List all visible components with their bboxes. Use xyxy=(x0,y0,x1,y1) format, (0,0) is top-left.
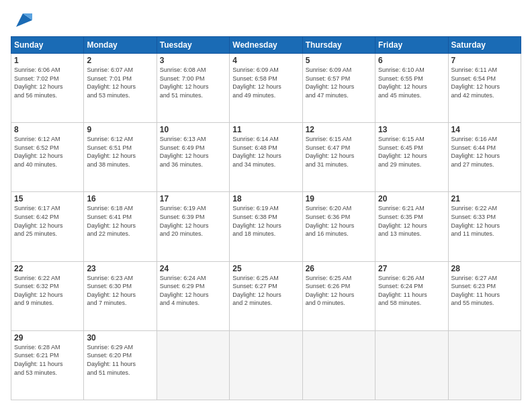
day-info: Sunrise: 6:22 AMSunset: 6:32 PMDaylight:… xyxy=(14,274,81,308)
day-info: Sunrise: 6:20 AMSunset: 6:36 PMDaylight:… xyxy=(306,204,372,238)
day-cell: 27Sunrise: 6:26 AMSunset: 6:24 PMDayligh… xyxy=(375,261,448,330)
day-number: 13 xyxy=(378,125,445,134)
day-cell: 20Sunrise: 6:21 AMSunset: 6:35 PMDayligh… xyxy=(375,192,448,261)
day-info: Sunrise: 6:12 AMSunset: 6:52 PMDaylight:… xyxy=(14,135,81,169)
day-info: Sunrise: 6:25 AMSunset: 6:27 PMDaylight:… xyxy=(232,274,299,308)
day-info: Sunrise: 6:06 AMSunset: 7:02 PMDaylight:… xyxy=(14,66,81,99)
day-number: 12 xyxy=(306,125,372,134)
day-number: 17 xyxy=(160,194,226,203)
day-number: 30 xyxy=(87,333,153,342)
weekday-header-thursday: Thursday xyxy=(302,37,375,54)
day-cell: 28Sunrise: 6:27 AMSunset: 6:23 PMDayligh… xyxy=(448,261,521,330)
day-cell: 6Sunrise: 6:10 AMSunset: 6:55 PMDaylight… xyxy=(375,54,448,123)
day-info: Sunrise: 6:13 AMSunset: 6:49 PMDaylight:… xyxy=(160,135,226,169)
day-info: Sunrise: 6:09 AMSunset: 6:58 PMDaylight:… xyxy=(232,66,299,99)
day-number: 10 xyxy=(160,125,226,134)
day-number: 1 xyxy=(14,56,81,65)
day-info: Sunrise: 6:15 AMSunset: 6:45 PMDaylight:… xyxy=(378,135,445,169)
day-number: 27 xyxy=(378,264,445,273)
day-info: Sunrise: 6:16 AMSunset: 6:44 PMDaylight:… xyxy=(451,135,518,169)
day-number: 2 xyxy=(87,56,153,65)
weekday-header-sunday: Sunday xyxy=(11,37,84,54)
week-row-3: 15Sunrise: 6:17 AMSunset: 6:42 PMDayligh… xyxy=(11,192,521,261)
day-cell: 1Sunrise: 6:06 AMSunset: 7:02 PMDaylight… xyxy=(11,54,84,123)
day-number: 8 xyxy=(14,125,81,134)
day-number: 22 xyxy=(14,264,81,273)
day-number: 16 xyxy=(87,194,153,203)
day-info: Sunrise: 6:07 AMSunset: 7:01 PMDaylight:… xyxy=(87,66,153,99)
week-row-4: 22Sunrise: 6:22 AMSunset: 6:32 PMDayligh… xyxy=(11,261,521,330)
day-number: 3 xyxy=(160,56,226,65)
weekday-header-saturday: Saturday xyxy=(448,37,521,54)
weekday-header-monday: Monday xyxy=(84,37,157,54)
day-info: Sunrise: 6:19 AMSunset: 6:38 PMDaylight:… xyxy=(232,204,299,238)
day-cell xyxy=(157,330,229,400)
day-number: 26 xyxy=(306,264,372,273)
day-info: Sunrise: 6:19 AMSunset: 6:39 PMDaylight:… xyxy=(160,204,226,238)
weekday-header-wednesday: Wednesday xyxy=(230,37,302,54)
week-row-1: 1Sunrise: 6:06 AMSunset: 7:02 PMDaylight… xyxy=(11,54,521,123)
day-number: 19 xyxy=(306,194,372,203)
week-row-2: 8Sunrise: 6:12 AMSunset: 6:52 PMDaylight… xyxy=(11,123,521,192)
day-info: Sunrise: 6:26 AMSunset: 6:24 PMDaylight:… xyxy=(378,274,445,308)
day-info: Sunrise: 6:15 AMSunset: 6:47 PMDaylight:… xyxy=(306,135,372,169)
day-cell xyxy=(230,330,302,400)
day-number: 9 xyxy=(87,125,153,134)
day-number: 23 xyxy=(87,264,153,273)
day-info: Sunrise: 6:08 AMSunset: 7:00 PMDaylight:… xyxy=(160,66,226,99)
logo-icon xyxy=(13,11,32,30)
day-info: Sunrise: 6:11 AMSunset: 6:54 PMDaylight:… xyxy=(451,66,518,99)
day-cell xyxy=(448,330,521,400)
day-cell: 3Sunrise: 6:08 AMSunset: 7:00 PMDaylight… xyxy=(157,54,229,123)
day-number: 28 xyxy=(451,264,518,273)
logo xyxy=(11,11,32,30)
day-cell: 25Sunrise: 6:25 AMSunset: 6:27 PMDayligh… xyxy=(230,261,302,330)
day-info: Sunrise: 6:29 AMSunset: 6:20 PMDaylight:… xyxy=(87,343,153,377)
day-number: 21 xyxy=(451,194,518,203)
day-cell: 7Sunrise: 6:11 AMSunset: 6:54 PMDaylight… xyxy=(448,54,521,123)
day-number: 14 xyxy=(451,125,518,134)
calendar-table: SundayMondayTuesdayWednesdayThursdayFrid… xyxy=(11,36,521,400)
day-number: 11 xyxy=(232,125,299,134)
day-number: 29 xyxy=(14,333,81,342)
day-cell: 8Sunrise: 6:12 AMSunset: 6:52 PMDaylight… xyxy=(11,123,84,192)
day-cell: 10Sunrise: 6:13 AMSunset: 6:49 PMDayligh… xyxy=(157,123,229,192)
day-info: Sunrise: 6:27 AMSunset: 6:23 PMDaylight:… xyxy=(451,274,518,308)
day-cell: 5Sunrise: 6:09 AMSunset: 6:57 PMDaylight… xyxy=(302,54,375,123)
day-cell: 17Sunrise: 6:19 AMSunset: 6:39 PMDayligh… xyxy=(157,192,229,261)
day-info: Sunrise: 6:22 AMSunset: 6:33 PMDaylight:… xyxy=(451,204,518,238)
day-info: Sunrise: 6:17 AMSunset: 6:42 PMDaylight:… xyxy=(14,204,81,238)
day-cell: 9Sunrise: 6:12 AMSunset: 6:51 PMDaylight… xyxy=(84,123,157,192)
day-info: Sunrise: 6:12 AMSunset: 6:51 PMDaylight:… xyxy=(87,135,153,169)
day-cell: 14Sunrise: 6:16 AMSunset: 6:44 PMDayligh… xyxy=(448,123,521,192)
day-cell: 21Sunrise: 6:22 AMSunset: 6:33 PMDayligh… xyxy=(448,192,521,261)
day-info: Sunrise: 6:21 AMSunset: 6:35 PMDaylight:… xyxy=(378,204,445,238)
weekday-header-tuesday: Tuesday xyxy=(157,37,229,54)
day-info: Sunrise: 6:28 AMSunset: 6:21 PMDaylight:… xyxy=(14,343,81,377)
day-number: 5 xyxy=(306,56,372,65)
day-cell: 15Sunrise: 6:17 AMSunset: 6:42 PMDayligh… xyxy=(11,192,84,261)
day-cell xyxy=(302,330,375,400)
day-cell: 4Sunrise: 6:09 AMSunset: 6:58 PMDaylight… xyxy=(230,54,302,123)
day-number: 24 xyxy=(160,264,226,273)
day-cell: 2Sunrise: 6:07 AMSunset: 7:01 PMDaylight… xyxy=(84,54,157,123)
day-number: 25 xyxy=(232,264,299,273)
day-number: 15 xyxy=(14,194,81,203)
weekday-header-row: SundayMondayTuesdayWednesdayThursdayFrid… xyxy=(11,37,521,54)
day-cell: 26Sunrise: 6:25 AMSunset: 6:26 PMDayligh… xyxy=(302,261,375,330)
day-cell: 30Sunrise: 6:29 AMSunset: 6:20 PMDayligh… xyxy=(84,330,157,400)
day-number: 4 xyxy=(232,56,299,65)
header xyxy=(11,11,521,30)
day-cell: 12Sunrise: 6:15 AMSunset: 6:47 PMDayligh… xyxy=(302,123,375,192)
day-cell: 11Sunrise: 6:14 AMSunset: 6:48 PMDayligh… xyxy=(230,123,302,192)
day-number: 20 xyxy=(378,194,445,203)
page: SundayMondayTuesdayWednesdayThursdayFrid… xyxy=(0,0,532,411)
day-info: Sunrise: 6:10 AMSunset: 6:55 PMDaylight:… xyxy=(378,66,445,99)
day-cell: 24Sunrise: 6:24 AMSunset: 6:29 PMDayligh… xyxy=(157,261,229,330)
day-cell: 23Sunrise: 6:23 AMSunset: 6:30 PMDayligh… xyxy=(84,261,157,330)
day-cell: 19Sunrise: 6:20 AMSunset: 6:36 PMDayligh… xyxy=(302,192,375,261)
day-cell xyxy=(375,330,448,400)
day-info: Sunrise: 6:24 AMSunset: 6:29 PMDaylight:… xyxy=(160,274,226,308)
day-cell: 13Sunrise: 6:15 AMSunset: 6:45 PMDayligh… xyxy=(375,123,448,192)
day-cell: 16Sunrise: 6:18 AMSunset: 6:41 PMDayligh… xyxy=(84,192,157,261)
